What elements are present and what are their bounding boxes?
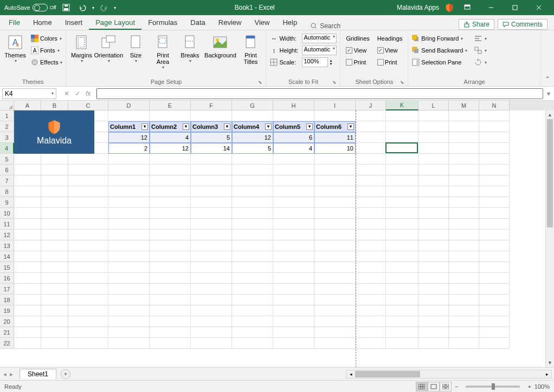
cell[interactable] [41,208,68,219]
cell[interactable] [418,284,449,295]
zoom-in-button[interactable]: + [527,383,531,390]
column-header[interactable]: C [68,101,108,110]
cell[interactable] [449,132,479,143]
cell[interactable] [356,208,386,219]
cell[interactable] [449,154,479,165]
cell[interactable] [108,197,150,208]
row-header[interactable]: 15 [0,262,14,273]
cell[interactable] [108,251,150,262]
table-cell[interactable]: 2 [108,143,150,154]
table-header-cell[interactable]: Column5▾ [273,121,314,132]
cell[interactable] [356,295,386,305]
cell[interactable] [191,230,232,240]
cell[interactable] [386,251,418,262]
cell[interactable] [14,338,41,349]
cell[interactable] [41,197,68,208]
table-cell[interactable]: 4 [150,132,191,143]
cell[interactable] [150,219,191,230]
cell[interactable] [14,273,41,284]
cell[interactable] [386,295,418,305]
cell[interactable] [418,143,449,154]
cell[interactable] [418,186,449,197]
expand-formula-bar-icon[interactable]: ▾ [543,90,554,97]
cell[interactable] [356,338,386,349]
name-box[interactable]: K4 ▾ [2,88,56,99]
cell[interactable] [386,186,418,197]
filter-dropdown-icon[interactable]: ▾ [306,123,313,130]
share-button[interactable]: Share [459,19,494,30]
cell[interactable] [449,305,479,316]
cell[interactable] [479,230,510,240]
sheet-tab[interactable]: Sheet1 [20,369,56,379]
cell[interactable] [273,327,314,338]
cell[interactable] [232,208,273,219]
cell[interactable] [232,219,273,230]
cell[interactable] [232,165,273,175]
cell[interactable] [232,305,273,316]
cell[interactable] [232,338,273,349]
row-header[interactable]: 19 [0,305,14,316]
cell[interactable] [356,251,386,262]
cell[interactable] [356,121,386,132]
cell[interactable] [386,230,418,240]
column-header[interactable]: J [356,101,386,110]
filter-dropdown-icon[interactable]: ▾ [141,123,148,130]
cell[interactable] [386,197,418,208]
cell[interactable] [191,262,232,273]
cell[interactable] [449,175,479,186]
tab-home[interactable]: Home [27,16,59,30]
cell[interactable] [41,295,68,305]
tab-review[interactable]: Review [212,16,248,30]
cell[interactable] [14,284,41,295]
cell[interactable] [314,338,356,349]
width-select[interactable]: Automatic ▾ [302,34,337,43]
table-cell[interactable]: 12 [108,132,150,143]
cell[interactable] [356,262,386,273]
cell[interactable] [68,251,108,262]
cell[interactable] [449,208,479,219]
cell[interactable] [191,110,232,121]
row-header[interactable]: 17 [0,284,14,295]
cell[interactable] [479,295,510,305]
cell[interactable] [386,284,418,295]
cell[interactable] [418,165,449,175]
cell[interactable] [232,262,273,273]
cell[interactable] [418,316,449,327]
cell[interactable] [314,154,356,165]
cell[interactable] [314,165,356,175]
cell[interactable] [150,154,191,165]
cell[interactable] [449,327,479,338]
cell[interactable] [108,230,150,240]
cell[interactable] [191,208,232,219]
cell[interactable] [356,316,386,327]
cell[interactable] [356,165,386,175]
row-header[interactable]: 12 [0,230,14,240]
cell[interactable] [108,110,150,121]
cell[interactable] [479,305,510,316]
scroll-down-icon[interactable]: ▼ [546,358,554,367]
cell[interactable] [14,251,41,262]
cell[interactable] [68,262,108,273]
cell[interactable] [386,316,418,327]
cell[interactable] [191,295,232,305]
cell[interactable] [273,154,314,165]
save-icon[interactable] [60,1,73,14]
dialog-launcher-icon[interactable]: ⬊ [258,80,262,85]
gridlines-print-checkbox[interactable]: Print [345,56,370,68]
table-cell[interactable]: 10 [314,143,356,154]
table-cell[interactable]: 12 [150,143,191,154]
cell[interactable] [14,316,41,327]
dialog-launcher-icon[interactable]: ⬊ [332,80,337,85]
zoom-slider[interactable] [466,386,520,388]
cell[interactable] [386,132,418,143]
colors-button[interactable]: Colors▾ [29,32,63,44]
cell[interactable] [479,186,510,197]
send-backward-button[interactable]: Send Backward▾ [410,44,468,56]
cell[interactable] [273,295,314,305]
cell[interactable] [108,154,150,165]
zoom-out-button[interactable]: − [455,383,458,390]
scroll-up-icon[interactable]: ▲ [546,110,554,119]
formula-input[interactable] [96,88,543,99]
cell[interactable] [386,219,418,230]
cell[interactable] [108,273,150,284]
